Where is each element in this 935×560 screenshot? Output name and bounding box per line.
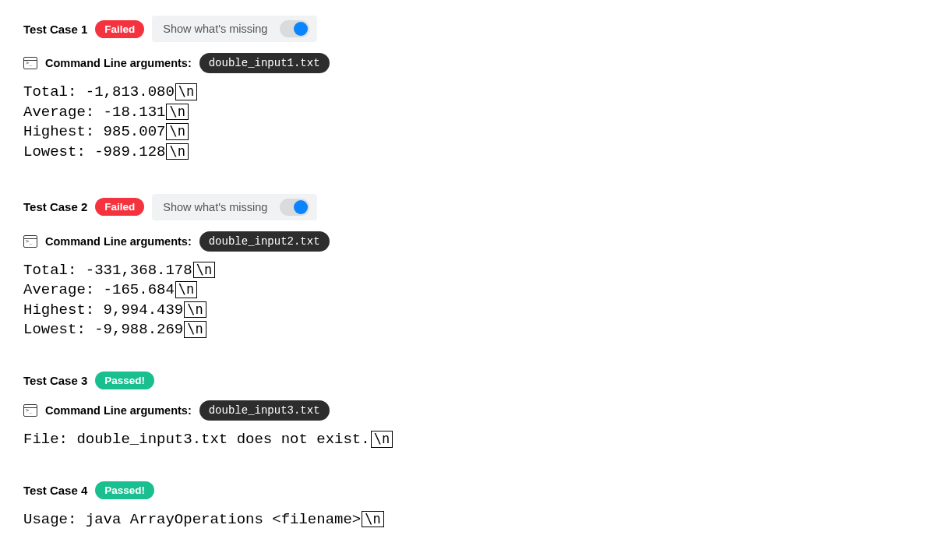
output-line: Average: -18.131\n (23, 103, 912, 123)
toggle-switch[interactable] (280, 20, 309, 37)
test-case-header: Test Case 3Passed! (23, 372, 912, 389)
output-line: Total: -331,368.178\n (23, 261, 912, 281)
command-argument: double_input2.txt (199, 231, 330, 252)
output-block: Usage: java ArrayOperations <filename>\n (23, 510, 912, 530)
newline-marker: \n (166, 123, 188, 140)
output-line: Usage: java ArrayOperations <filename>\n (23, 510, 912, 530)
command-line-label: Command Line arguments: (45, 57, 192, 69)
test-case-header: Test Case 4Passed! (23, 481, 912, 499)
newline-marker: \n (175, 281, 197, 298)
command-line-label: Command Line arguments: (45, 404, 192, 417)
test-case-title: Test Case 2 (23, 200, 87, 213)
newline-marker: \n (184, 301, 206, 319)
output-block: File: double_input3.txt does not exist.\… (23, 430, 912, 450)
test-case: Test Case 3Passed!Command Line arguments… (23, 372, 912, 450)
output-block: Total: -1,813.080\nAverage: -18.131\nHig… (23, 83, 912, 163)
test-case: Test Case 4Passed!Usage: java ArrayOpera… (23, 481, 912, 530)
test-case: Test Case 1FailedShow what's missingComm… (23, 16, 912, 163)
output-text: Average: -165.684 (23, 281, 175, 298)
test-case-title: Test Case 4 (23, 484, 87, 497)
toggle-switch[interactable] (280, 199, 309, 216)
command-line-row: Command Line arguments:double_input2.txt (23, 231, 912, 252)
terminal-icon (23, 404, 37, 417)
output-text: Lowest: -989.128 (23, 143, 165, 160)
output-line: Average: -165.684\n (23, 280, 912, 301)
test-case-header: Test Case 2FailedShow what's missing (23, 194, 912, 220)
command-argument: double_input3.txt (199, 400, 330, 421)
newline-marker: \n (184, 321, 206, 338)
terminal-icon (23, 57, 37, 69)
command-line-label: Command Line arguments: (45, 235, 192, 248)
output-text: Total: -1,813.080 (23, 83, 175, 100)
test-case: Test Case 2FailedShow what's missingComm… (23, 194, 912, 341)
status-badge: Passed! (95, 481, 154, 499)
output-text: Usage: java ArrayOperations <filename> (23, 511, 361, 528)
output-line: Total: -1,813.080\n (23, 83, 912, 103)
newline-marker: \n (362, 511, 383, 528)
output-line: Lowest: -9,988.269\n (23, 320, 912, 340)
test-case-title: Test Case 3 (23, 374, 87, 387)
output-text: Highest: 985.007 (23, 123, 165, 140)
newline-marker: \n (193, 262, 215, 279)
newline-marker: \n (166, 104, 188, 121)
show-missing-toggle[interactable]: Show what's missing (152, 16, 317, 42)
output-text: Total: -331,368.178 (23, 262, 192, 279)
output-text: Average: -18.131 (23, 104, 165, 121)
output-block: Total: -331,368.178\nAverage: -165.684\n… (23, 261, 912, 341)
output-line: Highest: 985.007\n (23, 122, 912, 143)
output-line: File: double_input3.txt does not exist.\… (23, 430, 912, 450)
status-badge: Failed (95, 198, 144, 216)
status-badge: Failed (95, 20, 144, 38)
status-badge: Passed! (95, 372, 154, 389)
newline-marker: \n (371, 431, 393, 448)
output-text: Highest: 9,994.439 (23, 301, 183, 319)
test-case-title: Test Case 1 (23, 23, 87, 36)
show-missing-label: Show what's missing (163, 23, 267, 35)
command-argument: double_input1.txt (199, 53, 330, 73)
output-line: Lowest: -989.128\n (23, 143, 912, 163)
newline-marker: \n (166, 143, 188, 160)
test-case-header: Test Case 1FailedShow what's missing (23, 16, 912, 42)
terminal-icon (23, 235, 37, 248)
show-missing-toggle[interactable]: Show what's missing (152, 194, 317, 220)
newline-marker: \n (175, 83, 197, 100)
output-text: Lowest: -9,988.269 (23, 321, 183, 338)
command-line-row: Command Line arguments:double_input1.txt (23, 53, 912, 73)
command-line-row: Command Line arguments:double_input3.txt (23, 400, 912, 421)
output-line: Highest: 9,994.439\n (23, 301, 912, 321)
output-text: File: double_input3.txt does not exist. (23, 431, 370, 448)
show-missing-label: Show what's missing (163, 201, 267, 213)
